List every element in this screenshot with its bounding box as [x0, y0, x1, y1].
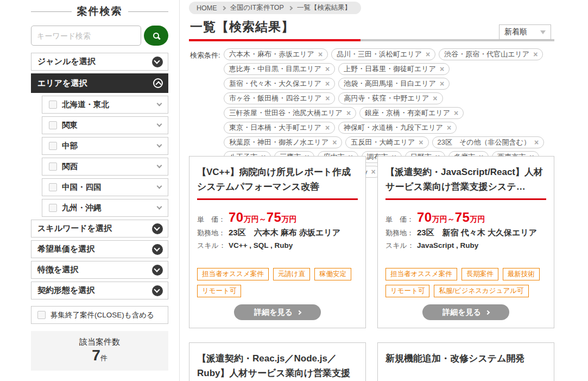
filter-accordion-label: スキルワードを選択: [37, 223, 112, 234]
condition-tag: 市ヶ谷・飯田橋・四谷エリア ×: [224, 92, 335, 104]
chevron-right-icon: [221, 6, 225, 10]
remove-icon[interactable]: ×: [440, 80, 444, 88]
checkbox[interactable]: [49, 204, 57, 212]
breadcrumb: HOME 全国のIT案件TOP 一覧【検索結果】: [189, 2, 361, 14]
checkbox[interactable]: [49, 142, 57, 150]
condition-tag: 銀座・京橋・有楽町エリア ×: [359, 107, 464, 119]
chevron-down-icon: [157, 204, 162, 210]
filter-accordion-label: 希望単価を選択: [37, 244, 94, 254]
condition-tag-label: 東京・日本橋・大手町エリア: [229, 123, 321, 133]
feature-tag: 長期案件: [461, 268, 498, 280]
condition-tag-label: 高円寺・荻窪・中野エリア: [344, 93, 429, 103]
remove-icon[interactable]: ×: [325, 65, 330, 73]
checkbox[interactable]: [49, 101, 57, 109]
remove-icon[interactable]: ×: [332, 139, 337, 146]
feature-tag: 元請け直: [273, 268, 310, 280]
chevron-down-circle-icon: [152, 285, 163, 296]
skill-value: JavaScript , Ruby: [417, 241, 478, 249]
condition-tag-label: 秋葉原・神田・御茶ノ水エリア: [229, 138, 328, 147]
sort-dropdown[interactable]: 新着順: [499, 24, 551, 40]
chevron-down-icon: [157, 142, 162, 148]
remove-icon[interactable]: ×: [440, 65, 444, 73]
price-label: 単 価：: [385, 215, 417, 224]
page-title: 一覧【検索結果】: [190, 18, 294, 35]
feature-tag: 私服/ビジネスカジュアル可: [434, 285, 528, 297]
area-option[interactable]: 中国・四国: [42, 178, 168, 196]
view-details-button[interactable]: 詳細を見る: [422, 304, 509, 320]
keyword-search-button[interactable]: [144, 26, 168, 46]
condition-tag-label: 六本木・麻布・赤坂エリア: [229, 49, 314, 59]
feature-tag: 稼働安定: [314, 268, 351, 280]
condition-tag: 渋谷・原宿・代官山エリア ×: [439, 48, 543, 60]
condition-tag: 六本木・麻布・赤坂エリア ×: [224, 48, 328, 60]
feature-tag-list: 担当者オススメ案件元請け直稼働安定リモート可: [197, 268, 358, 297]
view-details-button[interactable]: 詳細を見る: [234, 304, 321, 320]
chevron-down-circle-icon: [152, 244, 163, 255]
job-card[interactable]: 【派遣契約・JavaScript/React】人材サービス業向け営業支援システ……: [377, 156, 554, 328]
remove-icon[interactable]: ×: [426, 51, 430, 58]
area-option[interactable]: 関西: [42, 158, 168, 176]
filter-accordion[interactable]: 契約形態を選択: [31, 282, 168, 299]
filter-accordion[interactable]: 特徴を選択: [31, 261, 168, 279]
condition-tag: 上野・日暮里・御徒町エリア ×: [338, 63, 450, 75]
chevron-down-icon: [157, 184, 162, 189]
job-card[interactable]: 【派遣契約・Reac.js／Node.js／Ruby】人材サービス業向け営業支援: [189, 342, 366, 381]
job-title: 【VC++】病院向け所見レポート作成システムパフォーマンス改善: [197, 165, 358, 195]
feature-tag: 最新技術: [503, 268, 540, 280]
remove-icon[interactable]: ×: [325, 124, 330, 132]
chevron-down-circle-icon: [152, 57, 163, 67]
breadcrumb-home[interactable]: HOME: [197, 4, 217, 12]
condition-tag-label: 恵比寿・中目黒・目黒エリア: [229, 64, 321, 74]
chevron-right-icon: [288, 6, 293, 10]
accordion-genre[interactable]: ジャンルを選択: [31, 53, 168, 71]
chevron-right-icon: [485, 310, 490, 315]
filter-accordion[interactable]: スキルワードを選択: [31, 220, 168, 238]
checkbox[interactable]: [49, 183, 57, 191]
remove-icon[interactable]: ×: [325, 95, 330, 102]
area-option[interactable]: 九州・沖縄: [42, 199, 168, 217]
job-card[interactable]: 【VC++】病院向け所見レポート作成システムパフォーマンス改善 単 価： 70万…: [189, 156, 366, 328]
result-count-box: 該当案件数 7件: [31, 331, 168, 371]
skill-label: スキル：: [197, 241, 229, 251]
checkbox[interactable]: [49, 121, 57, 129]
condition-tag-label: 三軒茶屋・世田谷・池尻大橋エリア: [229, 108, 343, 118]
result-cards: 【VC++】病院向け所見レポート作成システムパフォーマンス改善 単 価： 70万…: [189, 156, 554, 381]
filter-accordion[interactable]: 希望単価を選択: [31, 240, 168, 258]
chevron-right-icon: [297, 310, 301, 315]
checkbox[interactable]: [37, 311, 46, 319]
remove-icon[interactable]: ×: [318, 51, 323, 58]
remove-icon[interactable]: ×: [534, 139, 539, 146]
remove-icon[interactable]: ×: [533, 51, 538, 58]
remove-icon[interactable]: ×: [346, 109, 351, 117]
breadcrumb-it-top[interactable]: 全国のIT案件TOP: [230, 3, 284, 13]
area-option[interactable]: 関東: [42, 116, 168, 134]
keyword-search-input[interactable]: [31, 26, 141, 46]
checkbox[interactable]: [49, 163, 57, 171]
area-option[interactable]: 中部: [42, 137, 168, 155]
job-title: 新規機能追加・改修システム開発: [385, 351, 546, 381]
condition-tag: 新宿・代々木・大久保エリア ×: [224, 78, 335, 90]
condition-tag-label: 新宿・代々木・大久保エリア: [229, 79, 321, 89]
area-option[interactable]: 北海道・東北: [42, 96, 168, 114]
sidebar-title: 案件検索: [31, 4, 168, 18]
remove-icon[interactable]: ×: [325, 80, 330, 88]
condition-tag: 品川・三田・浜松町エリア ×: [331, 48, 435, 60]
job-card[interactable]: 新規機能追加・改修システム開発: [377, 342, 554, 381]
chevron-down-circle-icon: [152, 265, 163, 276]
area-option-label: 関東: [62, 120, 153, 130]
condition-tag-label: 神保町・水道橋・九段下エリア: [344, 123, 443, 133]
condition-tag: 秋葉原・神田・御茶ノ水エリア ×: [224, 136, 342, 148]
job-title-underline: [197, 198, 358, 200]
location-label: 勤務地：: [385, 228, 417, 238]
price-label: 単 価：: [197, 215, 229, 224]
remove-icon[interactable]: ×: [419, 139, 423, 146]
remove-icon[interactable]: ×: [447, 124, 451, 132]
feature-tag: 担当者オススメ案件: [385, 268, 457, 280]
remove-icon[interactable]: ×: [433, 95, 437, 102]
include-closed-row[interactable]: 募集終了案件(CLOSE)も含める: [31, 306, 168, 324]
feature-tag-list: 担当者オススメ案件長期案件最新技術リモート可私服/ビジネスカジュアル可: [385, 268, 546, 297]
include-closed-label: 募集終了案件(CLOSE)も含める: [50, 310, 154, 320]
accordion-area[interactable]: エリアを選択: [31, 73, 168, 93]
filter-accordions: スキルワードを選択 希望単価を選択 特徴を選択 契約形態を選択: [31, 220, 168, 299]
remove-icon[interactable]: ×: [454, 109, 458, 117]
